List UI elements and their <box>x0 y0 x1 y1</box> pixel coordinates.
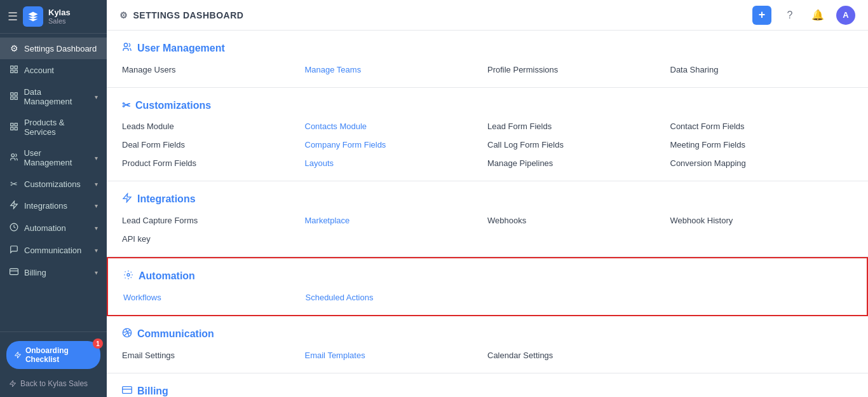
sidebar-item-label: Customizations <box>24 179 81 189</box>
settings-icon: ⚙ <box>9 43 19 53</box>
layouts-link[interactable]: Layouts <box>305 156 488 171</box>
add-button[interactable]: + <box>752 6 771 25</box>
svg-rect-23 <box>123 387 132 394</box>
sidebar-item-label: Billing <box>24 268 46 277</box>
workflows-link[interactable]: Workflows <box>123 290 306 305</box>
sidebar-item-label: Automation <box>24 223 66 233</box>
sidebar-item-label: Integrations <box>24 201 67 211</box>
section-communication: Communication Email Settings Email Templ… <box>107 316 868 373</box>
data-sharing-link[interactable]: Data Sharing <box>670 62 853 77</box>
conversion-mapping-link[interactable]: Conversion Mapping <box>670 156 853 171</box>
section-title-integrations: Integrations <box>122 193 853 205</box>
svg-point-12 <box>11 153 15 157</box>
calendar-settings-link[interactable]: Calendar Settings <box>487 348 670 363</box>
sidebar-item-account[interactable]: Account <box>0 59 107 81</box>
svg-marker-13 <box>11 201 18 209</box>
chevron-icon: ▾ <box>95 225 98 232</box>
sidebar-item-customizations[interactable]: ✂ Customizations ▾ <box>0 173 107 195</box>
sidebar-nav: ⚙ Settings Dashboard Account Data Manage… <box>0 34 107 331</box>
user-management-icon <box>9 153 18 164</box>
chevron-icon: ▾ <box>95 181 98 188</box>
product-form-fields-link[interactable]: Product Form Fields <box>122 156 305 171</box>
manage-users-link[interactable]: Manage Users <box>122 62 305 77</box>
account-icon <box>9 65 19 76</box>
scheduled-actions-link[interactable]: Scheduled Actions <box>306 290 488 305</box>
sidebar-item-products-services[interactable]: Products & Services <box>0 112 107 143</box>
marketplace-link[interactable]: Marketplace <box>305 213 488 228</box>
sidebar-item-label: Products & Services <box>24 118 98 137</box>
sidebar-item-communication[interactable]: Communication ▾ <box>0 239 107 261</box>
contact-form-fields-link[interactable]: Contact Form Fields <box>670 119 853 134</box>
svg-point-21 <box>127 274 130 276</box>
api-key-link[interactable]: API key <box>122 232 305 246</box>
sidebar-item-label: Settings Dashboard <box>24 44 97 53</box>
sidebar-item-label: Communication <box>24 246 81 255</box>
automation-links: Workflows Scheduled Actions <box>123 290 851 305</box>
svg-rect-10 <box>11 127 13 130</box>
deal-form-fields-link[interactable]: Deal Form Fields <box>122 137 305 152</box>
sidebar-item-data-management[interactable]: Data Management ▾ <box>0 81 107 112</box>
section-customizations: ✂ Customizations Leads Module Contacts M… <box>107 88 868 181</box>
data-management-icon <box>9 92 18 102</box>
webhook-history-link[interactable]: Webhook History <box>670 213 853 228</box>
onboarding-badge: 1 <box>93 338 103 349</box>
svg-rect-4 <box>10 92 13 95</box>
app-logo <box>23 6 43 27</box>
svg-marker-17 <box>15 352 20 358</box>
onboarding-checklist-button[interactable]: Onboarding Checklist 1 <box>6 341 100 369</box>
chevron-icon: ▾ <box>95 202 98 209</box>
svg-rect-3 <box>15 70 17 73</box>
profile-permissions-link[interactable]: Profile Permissions <box>487 62 670 77</box>
svg-rect-7 <box>15 97 17 99</box>
integrations-links: Lead Capture Forms Marketplace Webhooks … <box>122 213 853 246</box>
email-settings-link[interactable]: Email Settings <box>122 348 305 363</box>
sidebar-item-user-management[interactable]: User Management ▾ <box>0 143 107 173</box>
sidebar-item-billing[interactable]: Billing ▾ <box>0 261 107 284</box>
section-title-billing: Billing <box>122 385 853 397</box>
section-title-user-management: User Management <box>122 42 853 55</box>
sidebar-item-integrations[interactable]: Integrations ▾ <box>0 195 107 217</box>
meeting-form-fields-link[interactable]: Meeting Form Fields <box>670 137 853 152</box>
hamburger-icon[interactable]: ☰ <box>8 10 18 24</box>
notifications-button[interactable]: 🔔 <box>808 6 827 25</box>
topbar-settings-icon: ⚙ <box>119 10 128 20</box>
customizations-section-icon: ✂ <box>122 99 130 111</box>
sidebar-item-label: Account <box>24 66 54 75</box>
user-avatar[interactable]: A <box>836 6 855 25</box>
svg-marker-20 <box>123 193 131 202</box>
back-to-kylas-link[interactable]: Back to Kylas Sales <box>0 374 107 393</box>
sidebar-header: ☰ Kylas Sales <box>0 0 107 34</box>
section-title-communication: Communication <box>122 328 853 340</box>
communication-icon <box>9 245 19 256</box>
contacts-module-link[interactable]: Contacts Module <box>305 119 488 134</box>
chevron-icon: ▾ <box>95 94 98 101</box>
dashboard-content: User Management Manage Users Manage Team… <box>107 31 868 397</box>
chevron-icon: ▾ <box>95 247 98 254</box>
section-billing: Billing Usage Statistics Subscription De… <box>107 373 868 397</box>
lead-form-fields-link[interactable]: Lead Form Fields <box>487 119 670 134</box>
chevron-icon: ▾ <box>95 155 98 162</box>
webhooks-link[interactable]: Webhooks <box>487 213 670 228</box>
topbar-title-text: SETTINGS DASHBOARD <box>133 10 244 20</box>
call-log-form-fields-link[interactable]: Call Log Form Fields <box>487 137 670 152</box>
svg-rect-1 <box>15 66 17 69</box>
lead-capture-forms-link[interactable]: Lead Capture Forms <box>122 213 305 228</box>
svg-rect-11 <box>15 127 17 130</box>
products-icon <box>9 122 19 133</box>
leads-module-link[interactable]: Leads Module <box>122 119 305 134</box>
onboarding-label: Onboarding Checklist <box>25 346 93 364</box>
sidebar: ☰ Kylas Sales ⚙ Settings Dashboard Accou… <box>0 0 107 397</box>
company-form-fields-link[interactable]: Company Form Fields <box>305 137 488 152</box>
email-templates-link[interactable]: Email Templates <box>305 348 488 363</box>
chevron-icon: ▾ <box>95 269 98 276</box>
sidebar-item-automation[interactable]: Automation ▾ <box>0 217 107 239</box>
manage-teams-link[interactable]: Manage Teams <box>305 62 488 77</box>
customizations-icon: ✂ <box>9 179 19 189</box>
communication-section-icon <box>122 328 132 340</box>
sidebar-item-settings-dashboard[interactable]: ⚙ Settings Dashboard <box>0 38 107 59</box>
billing-section-icon <box>122 385 132 397</box>
manage-pipelines-link[interactable]: Manage Pipelines <box>487 156 670 171</box>
svg-rect-15 <box>10 268 18 274</box>
integrations-icon <box>9 200 19 211</box>
help-button[interactable]: ? <box>780 6 799 25</box>
